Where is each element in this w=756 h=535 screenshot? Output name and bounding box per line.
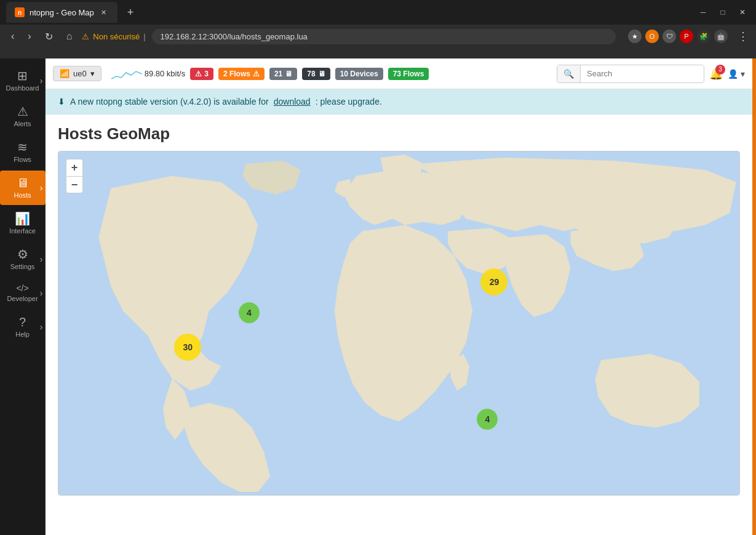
cluster-usa[interactable]: 30 xyxy=(174,334,201,361)
sidebar-item-settings[interactable]: ⚙ Settings xyxy=(0,242,46,276)
cluster-europe-count: 29 xyxy=(490,277,499,287)
notifications-button[interactable]: 🔔 3 xyxy=(709,67,723,81)
user-chevron-icon: ▾ xyxy=(741,69,745,79)
new-tab-button[interactable]: + xyxy=(122,4,139,22)
total-icon: 🖥 xyxy=(318,70,325,78)
separator: | xyxy=(143,32,145,41)
total-count: 78 xyxy=(307,70,315,78)
search-input[interactable] xyxy=(581,65,704,82)
interface-graph-icon: 📶 xyxy=(60,69,70,78)
forward-button[interactable]: › xyxy=(24,28,34,44)
traffic-graph: 89.80 kbit/s xyxy=(111,66,186,81)
zoom-out-button[interactable]: − xyxy=(66,176,83,193)
sidebar-label-hosts: Hosts xyxy=(14,191,31,199)
monitored-count: 21 xyxy=(274,70,282,78)
home-button[interactable]: ⌂ xyxy=(63,28,76,44)
cluster-africa-count: 4 xyxy=(485,414,490,424)
map-zoom-controls: + − xyxy=(66,159,83,193)
security-warning-icon: ⚠ xyxy=(82,32,89,41)
developer-icon: </> xyxy=(16,284,28,292)
help-icon: ? xyxy=(19,316,26,328)
sidebar-label-alerts: Alerts xyxy=(14,120,31,127)
sidebar-label-interface: Interface xyxy=(9,227,36,235)
zoom-in-button[interactable]: + xyxy=(66,159,83,176)
interface-selector[interactable]: 📶 ue0 ▾ xyxy=(53,66,101,81)
sidebar-label-flows: Flows xyxy=(14,156,31,163)
browser-menu-button[interactable]: ⋮ xyxy=(738,30,749,43)
close-button[interactable]: ✕ xyxy=(735,5,750,20)
sidebar-item-developer[interactable]: </> Developer xyxy=(0,278,46,308)
bookmark-icon[interactable]: ★ xyxy=(628,30,642,43)
alerts-badge[interactable]: ⚠ 3 xyxy=(190,68,213,80)
interface-chevron-icon: ▾ xyxy=(90,69,95,78)
traffic-sparkline xyxy=(111,66,142,81)
reload-button[interactable]: ↻ xyxy=(41,28,57,45)
user-menu-button[interactable]: 👤 ▾ xyxy=(728,69,745,79)
flows-alert-badge[interactable]: 2 Flows ⚠ xyxy=(218,68,265,80)
traffic-rate-value: 89.80 kbit/s xyxy=(145,69,186,78)
flows-alert-icon: ⚠ xyxy=(253,70,260,78)
alert-warning-icon: ⚠ xyxy=(195,70,202,78)
app-container: ⊞ Dashboard ⚠ Alerts ≋ Flows 🖥 Hosts 📊 I… xyxy=(0,58,756,535)
cluster-africa[interactable]: 4 xyxy=(477,409,498,430)
toolbar: 📶 ue0 ▾ 89.80 kbit/s ⚠ 3 2 Flows ⚠ 21 xyxy=(46,58,752,89)
ext-2-icon[interactable]: 🛡 xyxy=(662,30,676,43)
devices-badge[interactable]: 10 Devices xyxy=(335,68,383,80)
browser-chrome: n ntopng - Geo Map ✕ + ─ □ ✕ ‹ › ↻ ⌂ ⚠ N… xyxy=(0,0,756,58)
search-area: 🔍 🔔 3 👤 ▾ xyxy=(557,65,745,83)
alerts-count: 3 xyxy=(204,70,209,78)
security-warning-text: Non sécurisé xyxy=(93,32,140,41)
minimize-button[interactable]: ─ xyxy=(696,5,710,20)
map-background: + − 30 4 29 4 xyxy=(58,151,739,495)
back-button[interactable]: ‹ xyxy=(7,28,18,44)
ext-3-icon[interactable]: P xyxy=(680,30,693,43)
address-bar: ‹ › ↻ ⌂ ⚠ Non sécurisé | 192.168.2.12:30… xyxy=(0,25,756,48)
sidebar-item-interface[interactable]: 📊 Interface xyxy=(0,206,46,241)
title-bar: n ntopng - Geo Map ✕ + ─ □ ✕ xyxy=(0,0,756,25)
download-link[interactable]: download xyxy=(274,97,311,107)
sidebar-item-dashboard[interactable]: ⊞ Dashboard xyxy=(0,63,46,98)
monitored-badge[interactable]: 21 🖥 xyxy=(269,68,297,80)
ext-5-icon[interactable]: 🤖 xyxy=(714,30,728,43)
monitored-icon: 🖥 xyxy=(285,70,292,78)
cluster-canada[interactable]: 4 xyxy=(239,302,260,323)
sidebar-label-developer: Developer xyxy=(7,295,38,302)
download-icon: ⬇ xyxy=(58,97,65,107)
window-controls: ─ □ ✕ xyxy=(696,5,750,20)
cluster-canada-count: 4 xyxy=(247,308,252,318)
tab-close-button[interactable]: ✕ xyxy=(99,7,109,17)
ext-4-icon[interactable]: 🧩 xyxy=(697,30,710,43)
banner-text: A new ntopng stable version (v.4.2.0) is… xyxy=(70,97,269,107)
sidebar-label-settings: Settings xyxy=(10,263,35,270)
flows-label: 73 Flows xyxy=(393,70,424,78)
sidebar-item-help[interactable]: ? Help xyxy=(0,310,46,344)
security-info: ⚠ Non sécurisé | xyxy=(82,32,145,41)
settings-icon: ⚙ xyxy=(17,248,28,260)
sidebar-item-flows[interactable]: ≋ Flows xyxy=(0,135,46,169)
search-button[interactable]: 🔍 xyxy=(557,65,581,82)
cluster-europe[interactable]: 29 xyxy=(480,268,507,296)
extension-icons: ★ O 🛡 P 🧩 🤖 xyxy=(628,30,728,43)
page-title: Hosts GeoMap xyxy=(46,115,752,151)
right-accent-bar xyxy=(752,58,756,535)
alerts-icon: ⚠ xyxy=(17,105,28,118)
sidebar-item-alerts[interactable]: ⚠ Alerts xyxy=(0,99,46,134)
dashboard-icon: ⊞ xyxy=(17,70,28,82)
banner-text-after: : please upgrade. xyxy=(316,97,382,107)
sidebar-label-dashboard: Dashboard xyxy=(6,84,39,92)
ext-1-icon[interactable]: O xyxy=(645,30,659,43)
sidebar-label-help: Help xyxy=(15,331,30,338)
flows-badge[interactable]: 73 Flows xyxy=(388,68,429,80)
total-badge[interactable]: 78 🖥 xyxy=(302,68,330,80)
tab-title: ntopng - Geo Map xyxy=(30,8,94,17)
interface-name: ue0 xyxy=(73,69,87,78)
sidebar-item-hosts[interactable]: 🖥 Hosts xyxy=(0,171,46,205)
tab-favicon: n xyxy=(15,7,25,17)
cluster-usa-count: 30 xyxy=(183,342,193,352)
restore-button[interactable]: □ xyxy=(715,5,730,20)
flows-icon: ≋ xyxy=(17,141,28,153)
main-content: 📶 ue0 ▾ 89.80 kbit/s ⚠ 3 2 Flows ⚠ 21 xyxy=(46,58,752,535)
active-tab[interactable]: n ntopng - Geo Map ✕ xyxy=(6,2,117,23)
flows-alert-count: 2 Flows xyxy=(223,70,250,78)
url-bar[interactable]: 192.168.2.12:3000/lua/hosts_geomap.lua xyxy=(152,29,616,44)
